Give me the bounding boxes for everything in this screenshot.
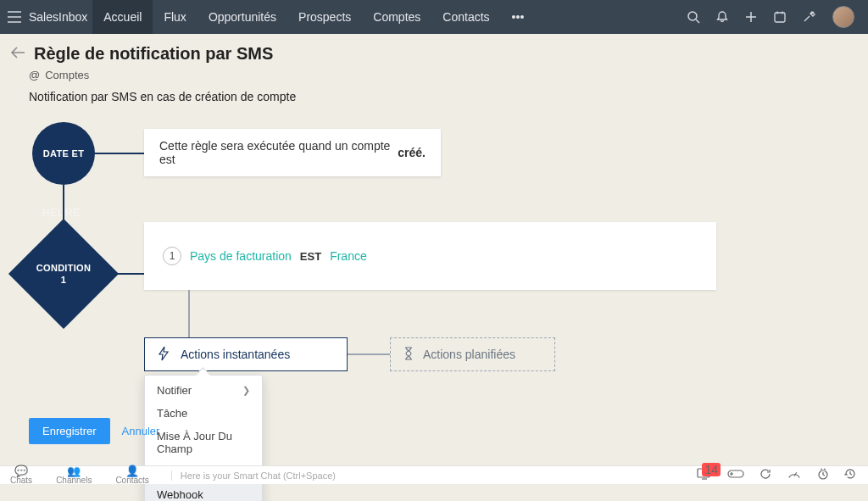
history-icon[interactable] xyxy=(844,468,856,482)
trigger-bold: créé. xyxy=(398,146,426,159)
rule-description: Notification par SMS en cas de création … xyxy=(0,81,868,103)
module-name: Comptes xyxy=(45,69,89,81)
dropdown-item-label: Tâche xyxy=(157,407,187,420)
gamepad-icon[interactable] xyxy=(727,468,744,482)
planned-actions-label: Actions planifiées xyxy=(423,348,515,361)
condition-operator: EST xyxy=(300,250,321,263)
condition-card[interactable]: 1 Pays de facturation EST France xyxy=(144,222,716,290)
dropdown-item-label: Webhook xyxy=(157,488,203,501)
statusbar-item-label: Chats xyxy=(10,476,32,485)
page-body: Règle de notification par SMS @ Comptes … xyxy=(0,34,868,484)
statusbar-contacts[interactable]: 👤 Contacts xyxy=(115,465,148,485)
hamburger-menu-icon[interactable] xyxy=(0,11,29,23)
notification-badge: 14 xyxy=(702,463,721,476)
date-node-label: DATE ET xyxy=(43,148,84,159)
statusbar: 💬 Chats 👥 Channels 👤 Contacts Here is yo… xyxy=(0,465,868,484)
connector xyxy=(95,153,144,154)
heure-label: HEURE xyxy=(42,207,81,219)
smartchat-placeholder[interactable]: Here is your Smart Chat (Ctrl+Space) xyxy=(171,470,336,481)
tab-flux[interactable]: Flux xyxy=(153,0,197,34)
tools-icon[interactable] xyxy=(802,10,817,24)
footer-actions: Enregistrer Annuler xyxy=(29,418,159,444)
condition-node[interactable]: CONDITION 1 xyxy=(25,235,103,313)
search-icon[interactable] xyxy=(687,10,700,24)
nav-tabs: Accueil Flux Opportunités Prospects Comp… xyxy=(92,0,535,34)
tab-comptes[interactable]: Comptes xyxy=(362,0,431,34)
statusbar-item-label: Contacts xyxy=(115,476,148,485)
clock-icon[interactable] xyxy=(817,468,829,482)
statusbar-item-label: Channels xyxy=(56,476,92,485)
condition-node-label: CONDITION xyxy=(36,263,91,273)
svg-point-0 xyxy=(688,12,697,20)
tab-prospects[interactable]: Prospects xyxy=(287,0,362,34)
planned-actions-box[interactable]: Actions planifiées xyxy=(390,337,555,371)
lightning-icon xyxy=(157,346,170,364)
refresh-icon[interactable] xyxy=(760,468,771,482)
tab-contacts[interactable]: Contacts xyxy=(431,0,500,34)
page-title: Règle de notification par SMS xyxy=(34,44,273,64)
trigger-text: Cette règle sera exécutée quand un compt… xyxy=(159,139,394,166)
statusbar-channels[interactable]: 👥 Channels xyxy=(56,465,92,485)
condition-node-index: 1 xyxy=(61,275,66,285)
dropdown-item-label: Mise À Jour Du Champ xyxy=(157,430,250,455)
tab-opportunites[interactable]: Opportunités xyxy=(198,0,287,34)
svg-rect-1 xyxy=(775,13,785,22)
tab-accueil[interactable]: Accueil xyxy=(92,0,153,34)
chevron-right-icon: ❯ xyxy=(242,385,250,396)
topbar: SalesInbox Accueil Flux Opportunités Pro… xyxy=(0,0,868,34)
back-arrow-icon[interactable] xyxy=(10,47,25,62)
calendar-icon[interactable] xyxy=(773,10,787,24)
date-node[interactable]: DATE ET xyxy=(32,122,95,185)
instant-actions-box[interactable]: Actions instantanées xyxy=(144,337,348,371)
condition-field[interactable]: Pays de facturation xyxy=(190,249,292,263)
dropdown-item-notifier[interactable]: Notifier ❯ xyxy=(145,379,262,402)
condition-value[interactable]: France xyxy=(330,249,367,263)
connector xyxy=(103,273,144,275)
hourglass-icon xyxy=(403,347,415,363)
bell-icon[interactable] xyxy=(715,10,729,24)
screen-icon[interactable]: 14 xyxy=(697,468,712,482)
statusbar-chats[interactable]: 💬 Chats xyxy=(10,465,32,485)
instant-actions-label: Actions instantanées xyxy=(181,348,290,361)
trigger-card[interactable]: Cette règle sera exécutée quand un compt… xyxy=(144,129,441,176)
dropdown-item-tache[interactable]: Tâche xyxy=(145,402,262,425)
save-button[interactable]: Enregistrer xyxy=(29,418,110,444)
plus-icon[interactable] xyxy=(744,10,758,24)
connector xyxy=(348,353,390,355)
condition-step-badge: 1 xyxy=(163,247,181,265)
speed-icon[interactable] xyxy=(787,468,802,482)
connector xyxy=(188,290,190,339)
brand-label: SalesInbox xyxy=(29,10,92,24)
dropdown-item-label: Notifier xyxy=(157,384,192,397)
topbar-right xyxy=(687,6,868,28)
statusbar-right: 14 xyxy=(685,468,868,482)
module-at-icon: @ xyxy=(29,69,40,81)
avatar[interactable] xyxy=(832,6,854,28)
workflow-canvas: DATE ET HEURE Cette règle sera exécutée … xyxy=(0,103,868,468)
tab-more[interactable]: ••• xyxy=(501,0,536,34)
dropdown-item-maj-champ[interactable]: Mise À Jour Du Champ xyxy=(145,425,262,460)
cancel-button[interactable]: Annuler xyxy=(122,425,160,437)
dropdown-item-webhook[interactable]: Webhook xyxy=(145,483,262,501)
